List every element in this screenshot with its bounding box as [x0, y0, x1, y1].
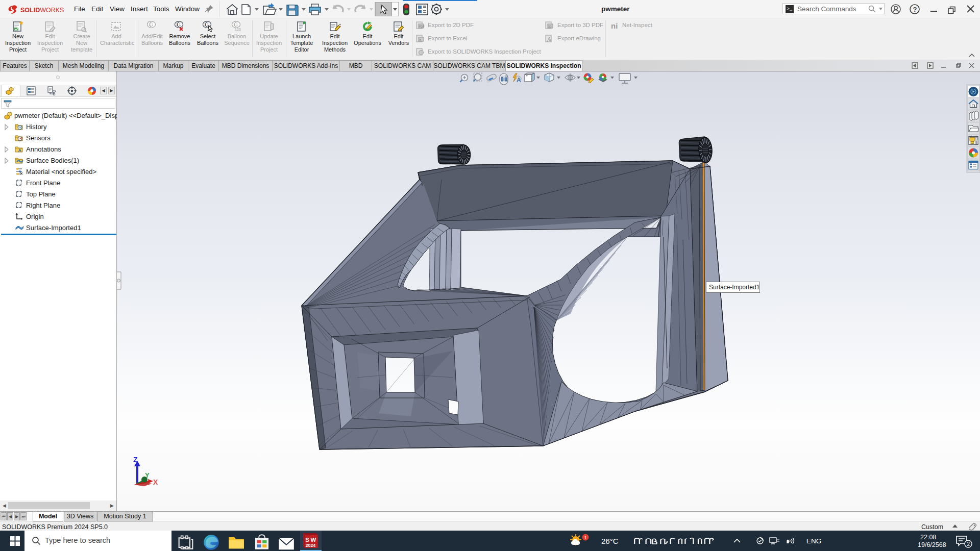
svg-text:1: 1: [152, 23, 154, 27]
svg-text:W: W: [310, 537, 316, 543]
svg-text:123: 123: [235, 28, 241, 31]
svg-text:PDF: PDF: [419, 25, 425, 28]
svg-text:1: 1: [179, 23, 181, 27]
svg-text:Y: Y: [145, 471, 150, 479]
svg-text:Surface-Imported1: Surface-Imported1: [709, 284, 760, 291]
svg-text:S: S: [305, 537, 309, 543]
svg-text:2: 2: [967, 541, 970, 547]
svg-text:1: 1: [584, 535, 587, 540]
svg-text:1: 1: [236, 23, 238, 27]
svg-text:SOLIDWORKS: SOLIDWORKS: [20, 7, 64, 14]
svg-text:X: X: [419, 38, 421, 41]
svg-text:1: 1: [149, 23, 151, 27]
svg-text:Z: Z: [133, 456, 138, 464]
svg-text:2024: 2024: [306, 543, 316, 548]
svg-text:A: A: [517, 77, 521, 84]
svg-text:1: 1: [233, 23, 235, 27]
svg-text:1: 1: [204, 23, 206, 27]
svg-text:1: 1: [176, 23, 178, 27]
svg-text:?: ?: [913, 6, 917, 13]
svg-text:X: X: [153, 478, 158, 486]
svg-text:A: A: [18, 148, 22, 153]
svg-text:3D: 3D: [548, 25, 552, 28]
